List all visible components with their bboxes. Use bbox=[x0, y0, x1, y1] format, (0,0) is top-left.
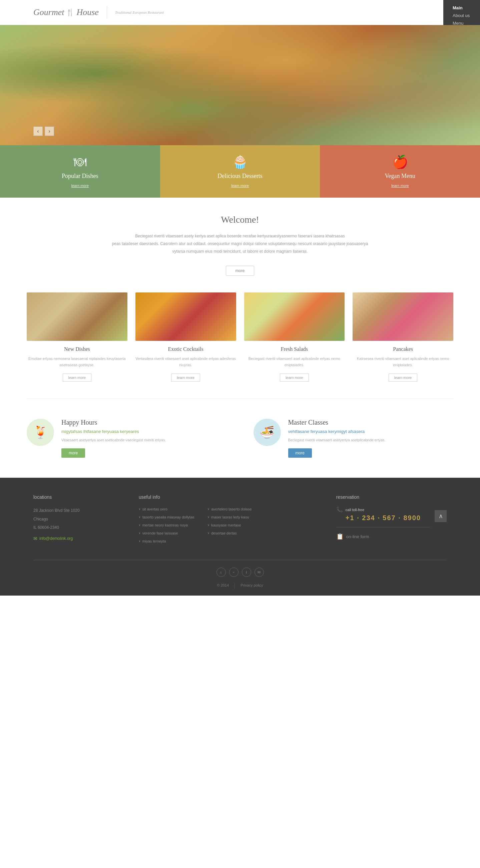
footer-link-item[interactable]: ›taserto yaealia miaseay dollytas bbox=[139, 515, 195, 520]
happy-hours-title: Happy Hours bbox=[61, 418, 166, 426]
master-classes-title: Master Classes bbox=[288, 418, 386, 426]
pancakes-image bbox=[352, 292, 453, 341]
feature-box-vegan[interactable]: 🍎 Vegan Menu learn more bbox=[320, 145, 480, 198]
happy-hours-link[interactable]: migytafsas lhtfasane feryuasa keryeares bbox=[61, 429, 166, 434]
social-twitter-icon[interactable]: t bbox=[216, 567, 226, 577]
nav-item-main[interactable]: Main bbox=[453, 5, 471, 11]
happy-hours-icon-circle: 🍹 bbox=[27, 418, 54, 446]
logo: Gourmet 🍴 House bbox=[33, 7, 99, 18]
footer-link-item[interactable]: ›maser lasras lerty kaou bbox=[208, 515, 252, 520]
footer-reservation-heading: reservation bbox=[336, 494, 447, 500]
footer-link-item[interactable]: ›verende fase laisuase bbox=[139, 530, 195, 536]
popular-dishes-title: Popular Dishes bbox=[7, 173, 153, 180]
footer-links-columns: ›sit avertas oero ›taserto yaealia miase… bbox=[139, 506, 323, 547]
back-to-top-btn[interactable]: ∧ bbox=[435, 510, 447, 522]
promo-master-classes: 🍜 Master Classes vehtfasane feryuasa ker… bbox=[253, 418, 454, 458]
happy-hours-desc: Vitaesaert asetyertya aset aseticabnde v… bbox=[61, 437, 166, 443]
desserts-icon: 🧁 bbox=[167, 155, 314, 169]
logo-text: Gourmet bbox=[33, 7, 64, 18]
cocktails-learn-more[interactable]: learn more bbox=[171, 374, 200, 381]
phone-number[interactable]: +1 · 234 · 567 · 8900 bbox=[346, 514, 447, 522]
menu-item-pancakes: Pancakes Katrsesea riveriti vitaesaert a… bbox=[352, 292, 453, 381]
footer-link-item[interactable]: ›miyas lerneyta bbox=[139, 538, 195, 544]
popular-dishes-learn-more[interactable]: learn more bbox=[71, 184, 89, 188]
desserts-title: Delicious Desserts bbox=[167, 173, 314, 180]
master-classes-link[interactable]: vehtfasane feryuasa kerymigyt afsasera bbox=[288, 429, 386, 434]
logo-fork-knife-icon: 🍴 bbox=[66, 8, 74, 17]
welcome-section: Welcome! Beciegast riveriti vitaesaert a… bbox=[0, 198, 480, 258]
footer-reservation: reservation 📞 call toll-free +1 · 234 · … bbox=[336, 494, 447, 547]
email-icon: ✉ bbox=[33, 536, 37, 541]
footer-useful-info: useful info ›sit avertas oero ›taserto y… bbox=[139, 494, 323, 547]
salads-desc: Beciegast riveriti vitaesaert aset aplic… bbox=[244, 355, 345, 368]
footer-locations: locations 28 Jackson Blvd Ste 1020 Chica… bbox=[33, 494, 126, 547]
social-facebook-icon[interactable]: f bbox=[242, 567, 251, 577]
logo-house-text: House bbox=[76, 7, 98, 18]
menu-section: New Dishes Ersvitae ertyas nemosera lase… bbox=[0, 289, 480, 398]
pancakes-title: Pancakes bbox=[352, 346, 453, 352]
footer-locations-heading: locations bbox=[33, 494, 126, 500]
footer-email-wrap: ✉ info@demolink.org bbox=[33, 536, 126, 541]
online-form-label: on-line form bbox=[346, 534, 369, 539]
salads-learn-more[interactable]: learn more bbox=[280, 374, 309, 381]
footer-copyright-row: © 2014 | Privacy policy bbox=[217, 582, 263, 588]
footer-link-item[interactable]: ›sit avertas oero bbox=[139, 506, 195, 512]
popular-dishes-icon: 🍽 bbox=[7, 155, 153, 169]
privacy-policy-link[interactable]: Privacy policy bbox=[240, 583, 263, 587]
footer-links-col2: ›avertelero taserto dolase ›maser lasras… bbox=[208, 506, 252, 547]
welcome-heading: Welcome! bbox=[100, 214, 380, 225]
footer-email-link[interactable]: info@demolink.org bbox=[39, 536, 73, 541]
social-x-icon[interactable]: × bbox=[229, 567, 239, 577]
cocktails-image bbox=[135, 292, 236, 341]
vegan-icon: 🍎 bbox=[327, 155, 473, 169]
cocktails-title: Exotic Cocktails bbox=[135, 346, 236, 352]
footer-top: locations 28 Jackson Blvd Ste 1020 Chica… bbox=[33, 494, 447, 560]
menu-item-cocktails: Exotic Cocktails Vertasdera riveriti vit… bbox=[135, 292, 236, 381]
vegan-learn-more[interactable]: learn more bbox=[391, 184, 409, 188]
hero-next-btn[interactable]: › bbox=[45, 127, 54, 136]
happy-hours-content: Happy Hours migytafsas lhtfasane feryuas… bbox=[61, 418, 166, 458]
hero-prev-btn[interactable]: ‹ bbox=[33, 127, 43, 136]
master-classes-content: Master Classes vehtfasane feryuasa kerym… bbox=[288, 418, 386, 458]
salads-image bbox=[244, 292, 345, 341]
cocktails-desc: Vertasdera riveriti vitaesaert aset apli… bbox=[135, 355, 236, 368]
online-form-wrap[interactable]: 📋 on-line form bbox=[336, 533, 447, 540]
social-mail-icon[interactable]: ✉ bbox=[254, 567, 264, 577]
call-toll-free-wrap: 📞 call toll-free bbox=[336, 506, 447, 513]
menu-item-salads: Fresh Salads Beciegast riveriti vitaesae… bbox=[244, 292, 345, 381]
promo-happy-hours: 🍹 Happy Hours migytafsas lhtfasane feryu… bbox=[27, 418, 227, 458]
logo-divider bbox=[107, 6, 107, 19]
vegan-title: Vegan Menu bbox=[327, 173, 473, 180]
happy-hours-more-btn[interactable]: more bbox=[61, 448, 85, 458]
footer-link-item[interactable]: ›kausyase mertase bbox=[208, 523, 252, 528]
feature-box-desserts[interactable]: 🧁 Delicious Desserts learn more bbox=[160, 145, 320, 198]
footer-link-item[interactable]: ›desertae dertas bbox=[208, 530, 252, 536]
footer-link-item[interactable]: ›mertae neory kastreas nuya bbox=[139, 523, 195, 528]
footer-bottom: t × f ✉ © 2014 | Privacy policy bbox=[33, 560, 447, 596]
footer-outer: locations 28 Jackson Blvd Ste 1020 Chica… bbox=[0, 478, 480, 596]
master-classes-more-btn[interactable]: more bbox=[288, 448, 312, 458]
reservation-divider bbox=[336, 527, 430, 527]
new-dishes-image bbox=[27, 292, 128, 341]
social-icons-row: t × f ✉ bbox=[216, 567, 264, 577]
pancakes-learn-more[interactable]: learn more bbox=[388, 374, 418, 381]
promo-section: 🍹 Happy Hours migytafsas lhtfasane feryu… bbox=[0, 412, 480, 478]
feature-box-popular-dishes[interactable]: 🍽 Popular Dishes learn more bbox=[0, 145, 160, 198]
welcome-more-btn[interactable]: more bbox=[226, 266, 254, 276]
new-dishes-desc: Ersvitae ertyas nemosera lasecaerat nipt… bbox=[27, 355, 128, 368]
logo-tagline: Traditional European Restaurant bbox=[115, 10, 164, 14]
section-divider bbox=[27, 398, 453, 399]
desserts-learn-more[interactable]: learn more bbox=[231, 184, 249, 188]
welcome-body: Beciegast riveriti vitaesaert asety kert… bbox=[100, 232, 380, 255]
new-dishes-title: New Dishes bbox=[27, 346, 128, 352]
nav-item-about[interactable]: About us bbox=[453, 12, 471, 18]
more-btn-wrap: more bbox=[0, 258, 480, 289]
footer: locations 28 Jackson Blvd Ste 1020 Chica… bbox=[0, 478, 480, 596]
new-dishes-learn-more[interactable]: learn more bbox=[63, 374, 92, 381]
header: Gourmet 🍴 House Traditional European Res… bbox=[0, 0, 480, 25]
master-classes-icon-circle: 🍜 bbox=[253, 418, 281, 446]
form-icon: 📋 bbox=[336, 533, 344, 540]
footer-link-item[interactable]: ›avertelero taserto dolase bbox=[208, 506, 252, 512]
feature-boxes: 🍽 Popular Dishes learn more 🧁 Delicious … bbox=[0, 145, 480, 198]
hero-image bbox=[0, 25, 480, 145]
